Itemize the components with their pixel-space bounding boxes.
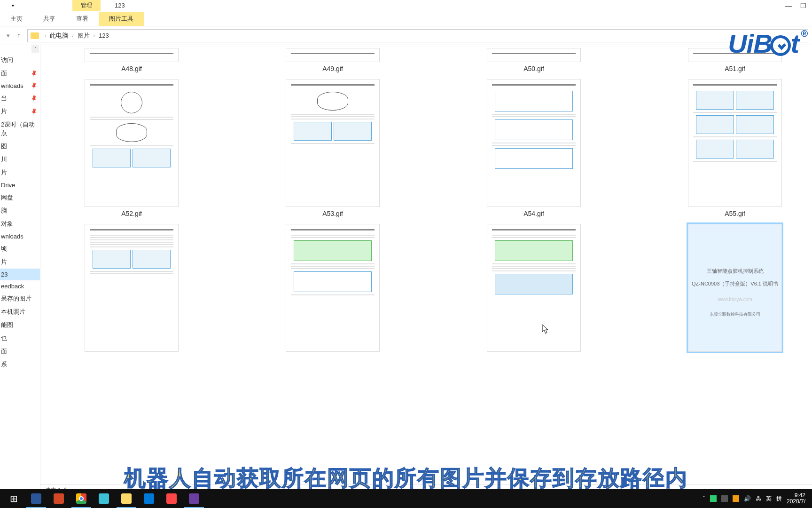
- taskbar-uibot[interactable]: [183, 489, 205, 508]
- sidebar-item-label: wnloads: [1, 233, 23, 240]
- breadcrumb-segment[interactable]: 此电脑: [50, 32, 68, 40]
- sidebar-item-label: 面: [1, 347, 7, 356]
- sidebar-item-label: 脑: [1, 206, 7, 215]
- sidebar-item[interactable]: Drive: [0, 179, 40, 191]
- sidebar-item[interactable]: 脑: [0, 204, 40, 217]
- tray-network-icon[interactable]: 🖧: [756, 495, 761, 502]
- tray-app-icon[interactable]: [733, 495, 739, 502]
- quickaccess-dropdown-icon[interactable]: ▾: [9, 2, 16, 9]
- thumbnail: [286, 224, 380, 352]
- file-item[interactable]: A52.gif: [59, 79, 204, 220]
- file-item[interactable]: A54.gif: [461, 79, 606, 220]
- file-item[interactable]: A51.gif: [663, 48, 807, 75]
- thumbnail: [85, 79, 179, 207]
- tray-ime-mode[interactable]: 拼: [776, 495, 782, 503]
- sidebar-item[interactable]: eedback: [0, 280, 40, 292]
- file-item[interactable]: [461, 224, 606, 354]
- tray-action-center-icon[interactable]: [721, 495, 728, 502]
- sidebar-item[interactable]: 片📌: [0, 105, 40, 118]
- sidebar-item[interactable]: 2课时（自动点: [0, 118, 40, 140]
- taskbar-word[interactable]: [25, 489, 47, 508]
- file-item[interactable]: A48.gif: [59, 48, 204, 75]
- sidebar-item[interactable]: 对象: [0, 217, 40, 230]
- file-item[interactable]: [59, 224, 204, 354]
- tray-ime-lang[interactable]: 英: [766, 495, 772, 503]
- sidebar-item-label: 能图: [1, 321, 13, 329]
- file-item[interactable]: A49.gif: [260, 48, 405, 75]
- taskbar-explorer[interactable]: [116, 489, 137, 508]
- file-item[interactable]: [260, 224, 405, 354]
- breadcrumb-segment[interactable]: 123: [99, 32, 109, 39]
- sidebar-item[interactable]: 图: [0, 140, 40, 153]
- pin-icon: 📌: [30, 107, 39, 116]
- sidebar-item[interactable]: 川: [0, 153, 40, 166]
- tab-share[interactable]: 共享: [33, 12, 66, 26]
- sidebar-item-label: 呆存的图片: [1, 294, 31, 303]
- sidebar-item[interactable]: 呆存的图片: [0, 292, 40, 305]
- file-item[interactable]: A53.gif: [260, 79, 405, 220]
- sidebar-item[interactable]: wnloads: [0, 230, 40, 242]
- sidebar-item[interactable]: 片: [0, 166, 40, 179]
- file-item[interactable]: A50.gif: [461, 48, 606, 75]
- file-name: A51.gif: [725, 64, 745, 75]
- tab-picture-tools[interactable]: 图片工具: [99, 12, 144, 26]
- back-button[interactable]: ▾: [4, 32, 12, 40]
- file-grid: A48.gifA49.gifA50.gifA51.gifA52.gifA53.g…: [40, 45, 812, 496]
- tray-volume-icon[interactable]: 🔊: [744, 495, 751, 502]
- sidebar-item-label: 面: [1, 69, 7, 78]
- sidebar-item[interactable]: 访问: [0, 54, 40, 67]
- breadcrumb[interactable]: › 此电脑 › 图片 › 123: [27, 29, 808, 42]
- word-icon: [31, 493, 41, 504]
- sidebar-item[interactable]: 当📌: [0, 92, 40, 105]
- sidebar-item[interactable]: 也: [0, 332, 40, 345]
- manage-context-tab[interactable]: 管理: [72, 0, 101, 11]
- taskbar-chrome[interactable]: [70, 489, 92, 508]
- chevron-right-icon: ›: [71, 33, 74, 38]
- sidebar-item-label: Drive: [1, 182, 15, 189]
- tray-shield-icon[interactable]: [710, 495, 717, 502]
- sidebar-item[interactable]: wnloads📌: [0, 80, 40, 92]
- file-name: A52.gif: [121, 209, 142, 220]
- titlebar: ▾ 管理 123 — ❐: [0, 0, 812, 11]
- up-button[interactable]: ↑: [15, 32, 23, 40]
- sidebar-item[interactable]: 网盘: [0, 191, 40, 204]
- taskbar-powerpoint[interactable]: [48, 489, 70, 508]
- tab-home[interactable]: 主页: [0, 12, 33, 26]
- thumbnail: [688, 79, 782, 207]
- sidebar-item[interactable]: 系: [0, 358, 40, 371]
- maximize-button[interactable]: ❐: [800, 2, 806, 9]
- sidebar-item-label: 片: [1, 107, 7, 116]
- file-name: A54.gif: [523, 209, 544, 220]
- file-item[interactable]: 三轴智能点胶机控制系统QZ-NC0903（手持盒版）V6.1 说明书www.bb…: [663, 224, 807, 354]
- chrome-icon: [76, 493, 86, 504]
- app-icon: [99, 493, 109, 504]
- file-item[interactable]: A55.gif: [663, 79, 807, 220]
- sidebar-item-label: 系: [1, 360, 7, 369]
- sidebar-item[interactable]: 顷: [0, 242, 40, 255]
- breadcrumb-segment[interactable]: 图片: [78, 32, 90, 40]
- record-icon: [166, 493, 177, 504]
- taskbar-app[interactable]: [93, 489, 115, 508]
- folder-icon: [31, 32, 39, 39]
- taskbar-app2[interactable]: [138, 489, 160, 508]
- tray-chevron-icon[interactable]: ˄: [703, 495, 705, 502]
- window-title: 123: [115, 2, 125, 9]
- taskbar-clock[interactable]: 9:42 2020/7/: [787, 492, 805, 505]
- taskbar-record[interactable]: [161, 489, 182, 508]
- scroll-up-button[interactable]: ˄: [31, 45, 39, 53]
- thumbnail: [286, 79, 380, 207]
- start-button[interactable]: ⊞: [3, 489, 24, 508]
- sidebar-item[interactable]: 面: [0, 345, 40, 358]
- clock-date: 2020/7/: [787, 499, 805, 505]
- sidebar-item[interactable]: 片: [0, 255, 40, 269]
- file-name: A55.gif: [725, 209, 745, 220]
- tab-view[interactable]: 查看: [66, 12, 99, 26]
- thumbnail: [85, 224, 179, 352]
- sidebar-item[interactable]: 23: [0, 269, 40, 280]
- sidebar-item[interactable]: 面📌: [0, 67, 40, 80]
- minimize-button[interactable]: —: [785, 2, 792, 9]
- thumbnail: [487, 79, 581, 207]
- sidebar-item[interactable]: 本机照片: [0, 305, 40, 318]
- folder-icon: [121, 493, 132, 504]
- sidebar-item[interactable]: 能图: [0, 318, 40, 332]
